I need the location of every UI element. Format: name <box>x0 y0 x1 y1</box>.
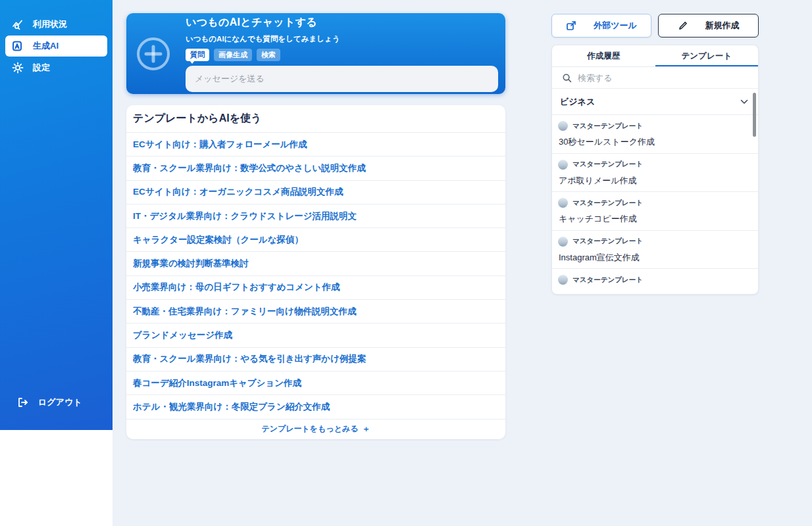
usage-chart-icon <box>12 18 24 30</box>
see-more-templates-button[interactable]: テンプレートをもっとみる ＋ <box>126 419 505 439</box>
new-chat-plus-icon[interactable] <box>136 36 171 72</box>
sidebar-item-label: 生成AI <box>33 40 59 52</box>
sidebar-item-generative-ai[interactable]: 生成AI <box>5 36 107 57</box>
app-window: 利用状況 生成AI 設定 <box>0 0 812 526</box>
logout-button[interactable]: ログアウト <box>11 392 113 413</box>
template-title: アポ取りメール作成 <box>558 175 750 187</box>
tag-question[interactable]: 質問 <box>186 49 209 61</box>
avatar <box>558 121 568 131</box>
template-link[interactable]: 不動産・住宅業界向け：ファミリー向け物件説明文作成 <box>126 300 505 323</box>
sidebar-item-label: 設定 <box>33 62 50 74</box>
search-input[interactable] <box>578 73 748 83</box>
logout-icon <box>17 396 29 408</box>
sidebar-item-settings[interactable]: 設定 <box>5 57 107 78</box>
banner-title: いつものAIとチャットする <box>186 16 498 30</box>
template-title: 30秒セールストーク作成 <box>558 136 750 148</box>
banner-content: いつものAIとチャットする いつものAIになんでも質問をしてみましょう 質問 画… <box>186 16 498 92</box>
tab-creation-history[interactable]: 作成履歴 <box>552 45 655 66</box>
avatar <box>558 160 568 170</box>
tag-image-generation[interactable]: 画像生成 <box>214 49 252 61</box>
template-badge: マスターテンプレート <box>572 160 643 169</box>
templates-panel: 作成履歴 テンプレート ビジネス マスターテンプレート 30秒セー <box>551 45 759 295</box>
pencil-icon <box>678 20 688 31</box>
template-link[interactable]: ブランドメッセージ作成 <box>126 323 505 347</box>
tag-search[interactable]: 検索 <box>257 49 280 61</box>
mode-tags: 質問 画像生成 検索 <box>186 49 498 61</box>
new-create-button[interactable]: 新規作成 <box>658 14 759 37</box>
avatar <box>558 198 568 208</box>
template-title: キャッチコピー作成 <box>558 213 750 225</box>
external-tools-button[interactable]: 外部ツール <box>551 14 651 37</box>
generative-ai-icon <box>12 40 24 52</box>
see-more-label: テンプレートをもっとみる <box>261 423 358 435</box>
message-input[interactable] <box>186 66 498 92</box>
chevron-down-icon <box>740 99 748 105</box>
template-link[interactable]: 春コーデ紹介Instagramキャプション作成 <box>126 371 505 395</box>
external-tools-label: 外部ツール <box>594 20 637 32</box>
panel-scrollbar[interactable] <box>753 93 756 137</box>
external-link-icon <box>566 20 576 31</box>
panel-template-item[interactable]: マスターテンプレート Instagram宣伝文作成 <box>552 231 758 270</box>
chat-banner: いつものAIとチャットする いつものAIになんでも質問をしてみましょう 質問 画… <box>126 13 505 94</box>
template-badge: マスターテンプレート <box>572 237 643 246</box>
category-label: ビジネス <box>560 96 595 108</box>
sidebar: 利用状況 生成AI 設定 <box>0 0 113 430</box>
template-title: Instagram宣伝文作成 <box>558 252 750 264</box>
search-icon <box>562 73 572 83</box>
avatar <box>558 237 568 247</box>
plus-icon: ＋ <box>363 423 370 435</box>
gear-icon <box>12 62 24 74</box>
panel-template-item[interactable]: マスターテンプレート アポ取りメール作成 <box>552 154 758 193</box>
template-link[interactable]: 新規事業の検討判断基準検討 <box>126 252 505 275</box>
templates-card: テンプレートからAIを使う ECサイト向け：購入者フォローメール作成 教育・スク… <box>126 105 505 439</box>
template-link[interactable]: ECサイト向け：購入者フォローメール作成 <box>126 133 505 156</box>
template-link[interactable]: キャラクター設定案検討（クールな探偵） <box>126 228 505 252</box>
template-link[interactable]: 小売業界向け：母の日ギフトおすすめコメント作成 <box>126 276 505 300</box>
template-link[interactable]: ECサイト向け：オーガニックコスメ商品説明文作成 <box>126 181 505 204</box>
tab-templates[interactable]: テンプレート <box>655 45 759 66</box>
panel-template-item[interactable]: マスターテンプレート キャッチコピー作成 <box>552 192 758 231</box>
avatar <box>558 275 568 285</box>
template-link[interactable]: 教育・スクール業界向け：やる気を引き出す声かけ例提案 <box>126 348 505 371</box>
panel-tabs: 作成履歴 テンプレート <box>552 45 758 67</box>
template-badge: マスターテンプレート <box>572 199 643 208</box>
template-badge: マスターテンプレート <box>572 275 643 285</box>
panel-template-item[interactable]: マスターテンプレート 30秒セールストーク作成 <box>552 115 758 154</box>
template-link[interactable]: 教育・スクール業界向け：数学公式のやさしい説明文作成 <box>126 156 505 180</box>
template-badge: マスターテンプレート <box>572 122 643 131</box>
category-business[interactable]: ビジネス <box>552 89 758 115</box>
sidebar-item-label: 利用状況 <box>33 18 67 30</box>
templates-heading: テンプレートからAIを使う <box>126 105 505 133</box>
banner-subtitle: いつものAIになんでも質問をしてみましょう <box>186 34 498 44</box>
panel-template-item[interactable]: マスターテンプレート <box>552 269 758 295</box>
new-create-label: 新規作成 <box>705 20 740 32</box>
template-link[interactable]: ホテル・観光業界向け：冬限定プラン紹介文作成 <box>126 395 505 419</box>
template-search <box>552 67 758 89</box>
template-link[interactable]: IT・デジタル業界向け：クラウドストレージ活用説明文 <box>126 204 505 228</box>
sidebar-item-usage[interactable]: 利用状況 <box>5 14 107 35</box>
logout-label: ログアウト <box>38 396 82 408</box>
